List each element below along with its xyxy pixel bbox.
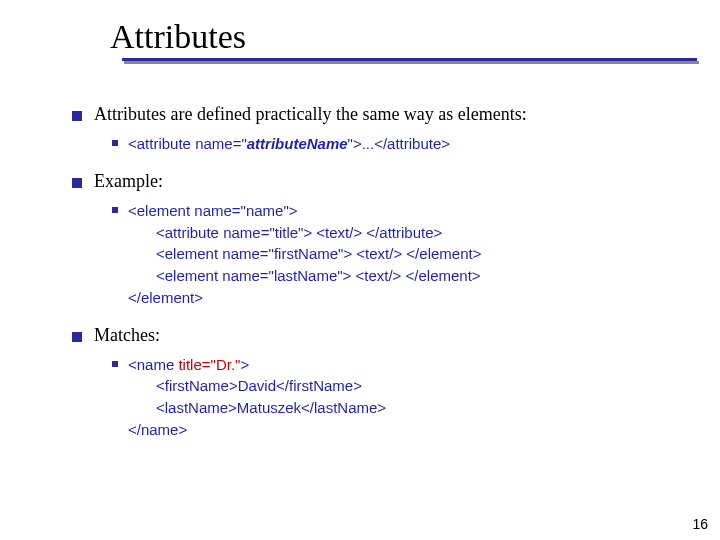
code-frag: > (240, 356, 249, 373)
bullet-2a-text: <element name="name"> <attribute name="t… (128, 200, 680, 309)
square-bullet-icon (112, 140, 118, 146)
square-bullet-icon (72, 178, 82, 188)
bullet-2-text: Example: (94, 171, 680, 192)
code-line: </element> (128, 287, 680, 309)
code-line: <lastName>Matuszek</lastName> (128, 397, 680, 419)
code-frag: <name (128, 356, 178, 373)
bullet-3a: <name title="Dr."> <firstName>David</fir… (112, 354, 680, 441)
bullet-1a-text: <attribute name="attributeName">...</att… (128, 133, 680, 155)
page-number: 16 (692, 516, 708, 532)
bullet-3a-text: <name title="Dr."> <firstName>David</fir… (128, 354, 680, 441)
square-bullet-icon (72, 111, 82, 121)
code-line: </name> (128, 419, 680, 441)
title-bar: Attributes (0, 0, 720, 68)
code-close: ">...</attribute> (348, 135, 450, 152)
code-line: <element name="lastName"> <text/> </elem… (128, 265, 680, 287)
bullet-3-text: Matches: (94, 325, 680, 346)
bullet-1: Attributes are defined practically the s… (72, 104, 680, 125)
code-line: <firstName>David</firstName> (128, 375, 680, 397)
square-bullet-icon (112, 207, 118, 213)
slide-content: Attributes are defined practically the s… (0, 68, 720, 441)
bullet-2a: <element name="name"> <attribute name="t… (112, 200, 680, 309)
bullet-1a: <attribute name="attributeName">...</att… (112, 133, 680, 155)
code-attr: title="Dr." (178, 356, 240, 373)
bullet-1-text: Attributes are defined practically the s… (94, 104, 680, 125)
bullet-2: Example: (72, 171, 680, 192)
code-line: <element name="name"> (128, 200, 680, 222)
title-underline (110, 58, 720, 64)
code-name: attributeName (247, 135, 348, 152)
code-line: <attribute name="title"> <text/> </attri… (128, 222, 680, 244)
bullet-3: Matches: (72, 325, 680, 346)
code-line: <name title="Dr."> (128, 354, 680, 376)
slide-title: Attributes (110, 18, 720, 56)
square-bullet-icon (112, 361, 118, 367)
square-bullet-icon (72, 332, 82, 342)
code-line: <element name="firstName"> <text/> </ele… (128, 243, 680, 265)
code-open: <attribute name=" (128, 135, 247, 152)
